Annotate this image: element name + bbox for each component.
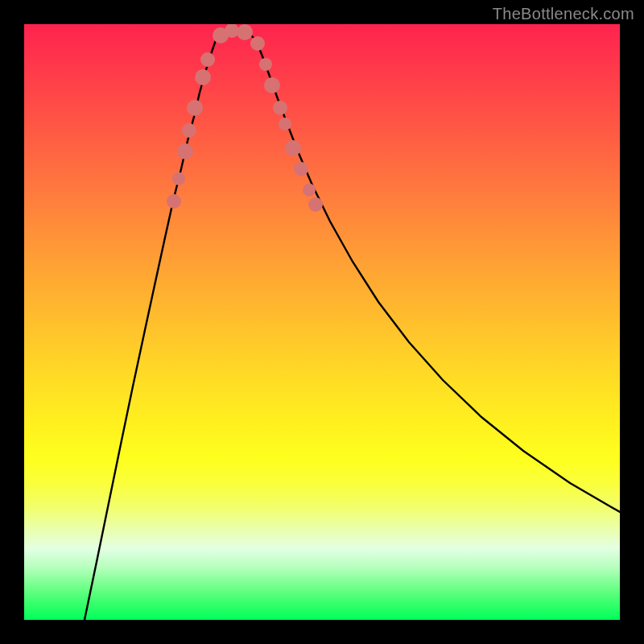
marker-point xyxy=(303,184,316,196)
marker-point xyxy=(187,100,203,116)
marker-point xyxy=(250,36,265,51)
marker-point xyxy=(200,52,215,67)
marker-point xyxy=(285,140,301,156)
marker-point xyxy=(177,143,193,159)
watermark-text: TheBottleneck.com xyxy=(493,5,634,23)
marker-point xyxy=(264,77,280,93)
marker-group xyxy=(167,24,323,212)
curve-left xyxy=(85,40,216,620)
marker-point xyxy=(294,162,308,176)
marker-point xyxy=(182,123,196,138)
marker-point xyxy=(259,58,272,71)
marker-point xyxy=(195,69,211,85)
marker-point xyxy=(237,24,253,40)
marker-point xyxy=(172,172,185,185)
curve-right xyxy=(256,40,620,512)
chart-svg xyxy=(24,24,620,620)
marker-point xyxy=(308,197,323,212)
marker-point xyxy=(273,101,287,115)
marker-point xyxy=(167,194,181,208)
chart-frame: TheBottleneck.com xyxy=(0,0,644,644)
marker-point xyxy=(279,118,291,130)
plot-area xyxy=(24,24,620,620)
